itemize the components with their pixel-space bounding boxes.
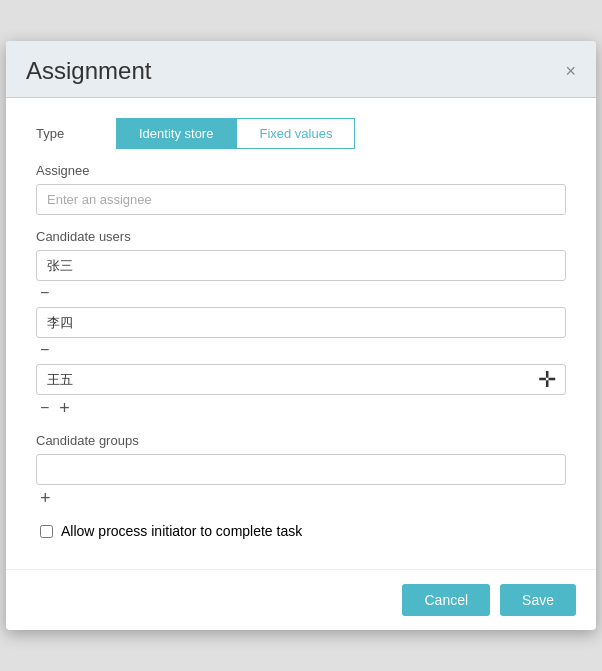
type-label: Type xyxy=(36,126,116,141)
candidate-user-input-1[interactable] xyxy=(36,307,566,338)
identity-store-button[interactable]: Identity store xyxy=(116,118,236,149)
candidate-user-input-2[interactable] xyxy=(36,364,566,395)
assignee-section: Assignee xyxy=(36,163,566,215)
user-1-actions: − xyxy=(36,340,566,360)
group-0-actions: + xyxy=(36,487,566,509)
initiator-checkbox[interactable] xyxy=(40,525,53,538)
modal-body: Type Identity store Fixed values Assigne… xyxy=(6,98,596,559)
add-user-button[interactable]: + xyxy=(55,397,74,419)
candidate-user-row-0 xyxy=(36,250,566,281)
fixed-values-button[interactable]: Fixed values xyxy=(236,118,355,149)
cancel-button[interactable]: Cancel xyxy=(402,584,490,616)
candidate-users-section: Candidate users − − ✛ xyxy=(36,229,566,419)
save-button[interactable]: Save xyxy=(500,584,576,616)
candidate-groups-label: Candidate groups xyxy=(36,433,566,448)
user-2-actions: − + xyxy=(36,397,566,419)
user-0-actions: − xyxy=(36,283,566,303)
close-button[interactable]: × xyxy=(565,62,576,80)
assignment-modal: Assignment × Type Identity store Fixed v… xyxy=(6,41,596,630)
candidate-group-input-0[interactable] xyxy=(36,454,566,485)
add-group-button[interactable]: + xyxy=(36,487,55,509)
remove-user-0-button[interactable]: − xyxy=(36,283,53,303)
candidate-user-row-2: ✛ xyxy=(36,364,566,395)
initiator-checkbox-row: Allow process initiator to complete task xyxy=(36,523,566,539)
modal-title: Assignment xyxy=(26,57,151,85)
candidate-group-row-0 xyxy=(36,454,566,485)
type-row: Type Identity store Fixed values xyxy=(36,118,566,149)
modal-footer: Cancel Save xyxy=(6,569,596,630)
modal-header: Assignment × xyxy=(6,41,596,98)
initiator-checkbox-label: Allow process initiator to complete task xyxy=(61,523,302,539)
candidate-user-row-1 xyxy=(36,307,566,338)
remove-user-1-button[interactable]: − xyxy=(36,340,53,360)
assignee-label: Assignee xyxy=(36,163,566,178)
type-buttons: Identity store Fixed values xyxy=(116,118,355,149)
candidate-groups-section: Candidate groups + xyxy=(36,433,566,509)
remove-user-2-button[interactable]: − xyxy=(36,398,53,418)
candidate-users-label: Candidate users xyxy=(36,229,566,244)
candidate-user-input-0[interactable] xyxy=(36,250,566,281)
assignee-input[interactable] xyxy=(36,184,566,215)
